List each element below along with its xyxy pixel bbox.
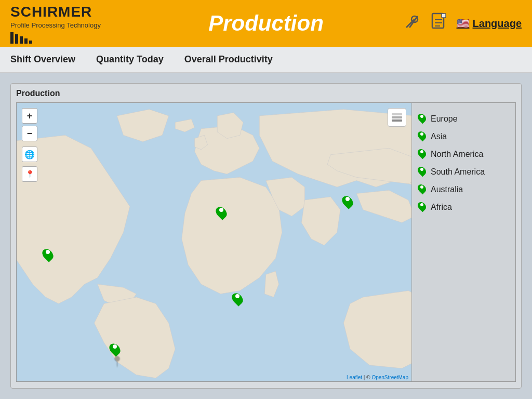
- map-area[interactable]: + − 🌐 📍: [17, 103, 411, 381]
- map-container: + − 🌐 📍: [16, 102, 516, 382]
- world-map: [17, 103, 411, 381]
- logo-block: SCHIRMER Profile Processing Technology: [10, 4, 101, 44]
- north-america-pin[interactable]: 📍: [43, 247, 54, 262]
- bar4: [24, 38, 28, 44]
- leaflet-link[interactable]: Leaflet: [347, 375, 362, 380]
- legend-label-asia: Asia: [431, 132, 447, 141]
- zoom-in-button[interactable]: +: [22, 108, 37, 124]
- legend-pin-south-america: 📍: [418, 166, 427, 178]
- header: SCHIRMER Profile Processing Technology P…: [0, 0, 532, 47]
- legend-item-africa[interactable]: 📍Africa: [418, 202, 509, 213]
- map-attribution: Leaflet | © OpenStreetMap: [347, 375, 408, 380]
- nav-overall-productivity[interactable]: Overall Productivity: [184, 52, 273, 67]
- legend-pin-north-america: 📍: [418, 149, 427, 160]
- map-panel: Production + − 🌐 📍: [10, 83, 522, 389]
- legend-item-asia[interactable]: 📍Asia: [418, 131, 509, 142]
- header-icons: 🇺🇸 Language: [403, 12, 522, 35]
- layer-button[interactable]: [388, 108, 406, 127]
- page-title: Production: [208, 11, 324, 36]
- content-area: Production + − 🌐 📍: [0, 73, 532, 399]
- legend-label-africa: Africa: [431, 203, 452, 212]
- svg-rect-9: [392, 116, 402, 118]
- legend-label-europe: Europe: [431, 114, 458, 124]
- legend-pin-australia: 📍: [418, 184, 427, 195]
- zoom-out-button[interactable]: −: [22, 126, 37, 141]
- legend-item-australia[interactable]: 📍Australia: [418, 184, 509, 195]
- legend-label-north-america: North America: [431, 150, 483, 159]
- asia-pin[interactable]: 📍: [343, 194, 353, 209]
- europe-pin[interactable]: 📍: [217, 205, 227, 220]
- legend-item-north-america[interactable]: 📍North America: [418, 149, 509, 160]
- company-name: SCHIRMER: [10, 4, 92, 20]
- legend-panel: 📍Europe📍Asia📍North America📍South America…: [411, 103, 515, 381]
- legend-pin-asia: 📍: [418, 131, 427, 142]
- bar2: [15, 34, 18, 44]
- legend-label-south-america: South America: [431, 167, 485, 177]
- africa-pin[interactable]: 📍: [233, 291, 243, 306]
- language-button[interactable]: 🇺🇸 Language: [457, 17, 522, 30]
- legend-item-south-america[interactable]: 📍South America: [418, 166, 509, 178]
- document-icon[interactable]: [431, 12, 447, 35]
- bar5: [29, 41, 32, 44]
- bar1: [10, 32, 14, 44]
- legend-label-australia: Australia: [431, 185, 463, 194]
- legend-pin-africa: 📍: [418, 202, 427, 213]
- legend-item-europe[interactable]: 📍Europe: [418, 113, 509, 125]
- svg-rect-10: [392, 113, 402, 115]
- bar3: [20, 36, 23, 44]
- tools-icon[interactable]: [403, 12, 421, 35]
- reset-view-button[interactable]: 🌐: [22, 147, 37, 162]
- language-label: Language: [473, 18, 522, 30]
- legend-pin-europe: 📍: [418, 113, 427, 125]
- map-panel-title: Production: [16, 89, 516, 98]
- nav-shift-overview[interactable]: Shift Overview: [10, 52, 75, 67]
- navbar: Shift Overview Quantity Today Overall Pr…: [0, 47, 532, 73]
- company-subtitle: Profile Processing Technology: [10, 21, 101, 29]
- svg-rect-8: [392, 119, 402, 122]
- svg-rect-4: [442, 14, 446, 18]
- nav-quantity-today[interactable]: Quantity Today: [96, 52, 164, 67]
- australia-pin[interactable]: 📍: [110, 342, 121, 356]
- logo-bars-icon: [10, 32, 32, 44]
- map-controls: + − 🌐 📍: [22, 108, 37, 182]
- osm-link[interactable]: OpenStreetMap: [371, 375, 408, 380]
- flag-icon: 🇺🇸: [457, 17, 470, 30]
- locate-button[interactable]: 📍: [22, 166, 37, 182]
